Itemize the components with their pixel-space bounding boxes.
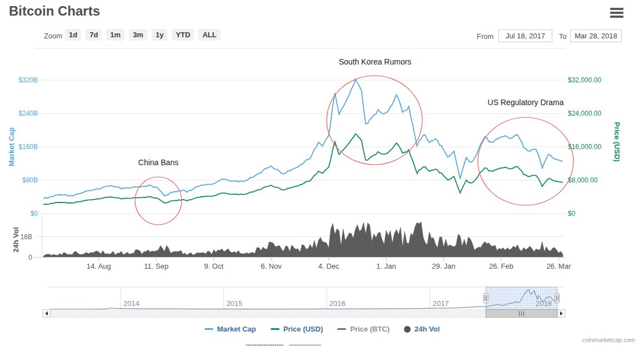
ytick-left-240: $240B [4, 110, 38, 117]
legend-swatch-icon [404, 326, 411, 333]
zoom-button-1d[interactable]: 1d [65, 29, 81, 41]
ytick-right-16000: $16,000.00 [568, 143, 601, 151]
scrollbar [43, 310, 566, 318]
zoom-button-ytd[interactable]: YTD [172, 29, 194, 41]
zoom-button-1m[interactable]: 1m [106, 29, 124, 41]
ytick-left-80: $80B [4, 176, 38, 184]
annotation-circle-2 [478, 117, 573, 205]
from-label: From [477, 32, 493, 41]
annotation-text-2: US Regulatory Drama [465, 98, 587, 107]
xtick-1Jan: 1. Jan [364, 262, 408, 270]
xtick-4Dec: 4. Dec [307, 262, 351, 270]
ytick-left-320: $320B [4, 76, 38, 84]
navigator-handle-left[interactable] [483, 294, 488, 303]
legend-label: 24h Vol [415, 325, 440, 333]
ytick-left-0: $0 [4, 210, 38, 218]
navigator-handle-right[interactable] [555, 294, 560, 303]
xtick-29Jan: 29. Jan [422, 262, 466, 270]
toolbar-separator [34, 48, 565, 49]
from-date-input[interactable] [498, 29, 552, 42]
legend-item-24h-vol[interactable]: 24h Vol [404, 325, 440, 333]
to-date-input[interactable] [570, 29, 622, 42]
zoom-button-7d[interactable]: 7d [86, 29, 102, 41]
xtick-9Oct: 9. Oct [192, 262, 236, 270]
ytick-right-8000: $8,000.00 [568, 176, 597, 184]
xtick-14Aug: 14. Aug [77, 262, 121, 270]
legend-item-price-btc-[interactable]: Price (BTC) [337, 325, 390, 333]
annotation-text-0: China Bans [97, 158, 219, 167]
to-label: To [559, 32, 567, 41]
volume-area-series [43, 222, 563, 258]
ytick-right-24000: $24,000.00 [568, 110, 601, 117]
legend-swatch-icon [271, 328, 279, 330]
xtick-26Feb: 26. Feb [479, 262, 523, 270]
menu-hamburger-icon[interactable] [610, 8, 623, 19]
xtick-11Sep: 11. Sep [134, 262, 178, 270]
x-axis [34, 258, 565, 261]
price-usd-line-series [43, 134, 563, 205]
navigator-year-2017: 2017 [433, 299, 449, 308]
ytick-vol-16: 16B [4, 233, 32, 241]
scrollbar-track[interactable] [51, 310, 557, 318]
zoom-button-1y[interactable]: 1y [152, 29, 167, 41]
xtick-6Nov: 6. Nov [249, 262, 293, 270]
zoom-label: Zoom [44, 32, 62, 40]
legend-item-market-cap[interactable]: Market Cap [204, 325, 256, 333]
yaxis-right-title: Price (USD) [613, 122, 621, 162]
legend-swatch-icon [204, 328, 213, 330]
ytick-vol-0: 0 [4, 254, 32, 261]
ytick-right-0: $0 [568, 210, 575, 218]
zoom-button-all[interactable]: ALL [198, 29, 220, 41]
navigator-year-2015: 2015 [226, 299, 242, 308]
ytick-right-32000: $32,000.00 [568, 76, 601, 84]
legend-item-price-usd-[interactable]: Price (USD) [271, 325, 323, 333]
navigator-year-2018: 2018 [536, 299, 552, 308]
ytick-left-160: $160B [4, 143, 38, 151]
bitcoin-charts-page: Bitcoin Charts Zoom 1d7d1m3m1yYTDALL Fro… [0, 0, 644, 346]
watermark: coinmarketcap.com [582, 337, 635, 343]
zoom-preset-buttons: 1d7d1m3m1yYTDALL [65, 29, 221, 41]
navigator-year-2014: 2014 [123, 299, 139, 308]
legend-swatch-icon [337, 328, 346, 330]
legend: Market CapPrice (USD)Price (BTC)24h Vol [0, 325, 644, 333]
xtick-26Mar: 26. Mar [536, 262, 581, 270]
legend-label: Price (USD) [283, 325, 323, 333]
page-title: Bitcoin Charts [9, 3, 100, 19]
zoom-button-3m[interactable]: 3m [129, 29, 147, 41]
legend-label: Market Cap [217, 325, 256, 333]
annotation-text-1: South Korea Rumors [314, 57, 436, 66]
chart-canvas [0, 0, 644, 346]
legend-label: Price (BTC) [350, 325, 390, 333]
navigator-year-2016: 2016 [330, 299, 346, 308]
